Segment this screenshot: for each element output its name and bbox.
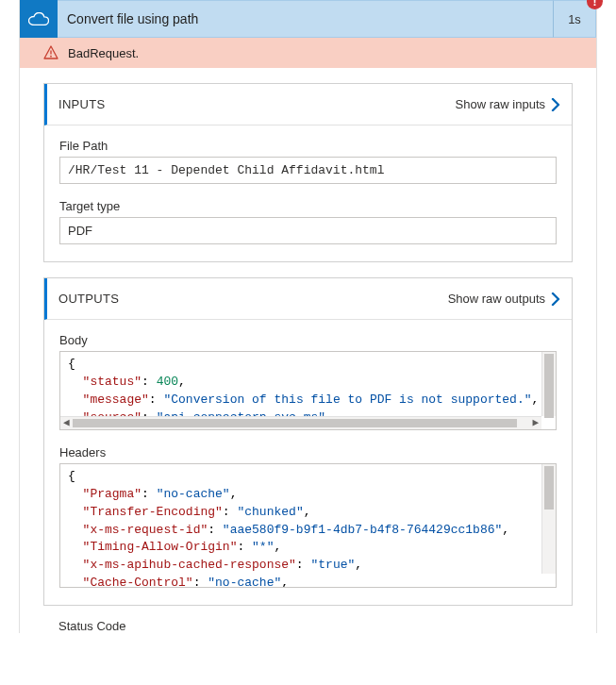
chevron-right-icon (551, 98, 560, 111)
target-type-label: Target type (59, 199, 557, 213)
outputs-panel: OUTPUTS Show raw outputs Body { "status"… (43, 277, 573, 606)
file-path-field: File Path (59, 139, 557, 184)
file-path-input[interactable] (59, 157, 557, 184)
vertical-scrollbar[interactable] (541, 464, 556, 574)
headers-label: Headers (59, 445, 557, 459)
outputs-title: OUTPUTS (58, 292, 448, 306)
scroll-right-icon[interactable]: ▶ (529, 416, 541, 431)
warning-triangle-icon (43, 45, 58, 60)
target-type-input[interactable] (59, 217, 557, 244)
chevron-right-icon (551, 292, 560, 306)
error-message: BadRequest. (68, 46, 139, 60)
file-path-label: File Path (59, 139, 557, 153)
inputs-title: INPUTS (58, 97, 456, 111)
action-title: Convert file using path (58, 0, 553, 38)
show-raw-outputs-link[interactable]: Show raw outputs (448, 292, 560, 306)
error-bar: BadRequest. (20, 38, 596, 68)
svg-point-2 (50, 56, 52, 58)
target-type-field: Target type (59, 199, 557, 244)
headers-field: Headers { "Pragma": "no-cache", "Transfe… (59, 445, 557, 588)
show-raw-inputs-link[interactable]: Show raw inputs (456, 97, 560, 111)
body-codebox[interactable]: { "status": 400, "message": "Conversion … (59, 351, 557, 430)
onedrive-icon (20, 0, 58, 38)
body-label: Body (59, 333, 557, 347)
scroll-left-icon[interactable]: ◀ (60, 416, 73, 431)
action-header[interactable]: Convert file using path 1s (20, 0, 596, 38)
status-code-label: Status Code (43, 619, 573, 633)
headers-codebox[interactable]: { "Pragma": "no-cache", "Transfer-Encodi… (59, 463, 557, 588)
body-field: Body { "status": 400, "message": "Conver… (59, 333, 557, 430)
outputs-header: OUTPUTS Show raw outputs (44, 278, 572, 320)
inputs-header: INPUTS Show raw inputs (44, 84, 572, 125)
inputs-panel: INPUTS Show raw inputs File Path Target … (43, 83, 573, 262)
vertical-scrollbar[interactable] (541, 352, 556, 416)
action-card: ! Convert file using path 1s BadRequest.… (19, 0, 597, 633)
horizontal-scrollbar[interactable]: ◀ ▶ (60, 416, 541, 429)
